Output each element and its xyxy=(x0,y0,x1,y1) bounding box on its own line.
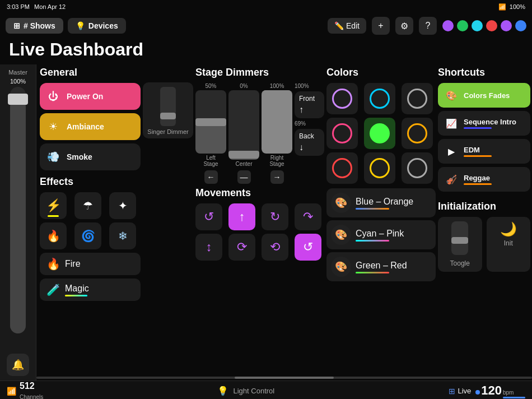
edit-button[interactable]: ✏️ Edit xyxy=(328,18,366,34)
magic-icon: 🧪 xyxy=(46,283,60,296)
color-cell-2[interactable] xyxy=(402,83,433,114)
power-label: Power On xyxy=(67,92,103,101)
effect-sparkle[interactable]: ✦ xyxy=(109,192,136,219)
movement-btn-3[interactable]: ↷ xyxy=(295,203,321,230)
edm-button[interactable]: ▶ EDM xyxy=(438,139,530,164)
effect-lightning[interactable]: ⚡ xyxy=(40,192,67,219)
add-button[interactable]: + xyxy=(372,17,390,35)
swirl-icon: 🌀 xyxy=(81,229,95,243)
color-cell-8[interactable] xyxy=(402,152,433,184)
movement-btn-7[interactable]: ↺ xyxy=(295,234,321,261)
colors-title: Colors xyxy=(326,67,436,78)
settings-button[interactable]: ⚙ xyxy=(395,17,413,35)
master-label: Master xyxy=(8,69,27,76)
color-dot-green[interactable] xyxy=(457,20,468,31)
fire-label: Fire xyxy=(65,259,81,269)
color-dot-purple[interactable] xyxy=(442,20,454,31)
status-bar: 3:03 PM Mon Apr 12 📶 100% xyxy=(0,0,532,13)
notification-bell-icon[interactable]: 🔔 xyxy=(7,354,29,376)
right-stage-fader[interactable]: 100% RightStage → xyxy=(262,83,292,184)
color-cell-6[interactable] xyxy=(326,152,358,184)
smoke-label: Smoke xyxy=(67,152,92,161)
right-stage-pct: 100% xyxy=(270,83,284,89)
center-dash-btn[interactable]: — xyxy=(237,170,251,184)
sequence-bar xyxy=(464,127,492,129)
toogle-label: Toogle xyxy=(450,259,470,267)
effect-fire[interactable]: 🔥 xyxy=(40,222,67,249)
devices-tab[interactable]: 💡 Devices xyxy=(68,18,126,34)
left-stage-pct: 50% xyxy=(205,83,216,89)
color-dots xyxy=(442,20,526,31)
pencil-icon: ✏️ xyxy=(334,21,344,30)
sparkle-icon: ✦ xyxy=(118,199,128,212)
effect-snow[interactable]: ❄ xyxy=(109,222,136,249)
scroll-thumb[interactable] xyxy=(235,377,334,379)
page-title: Live Dashboard xyxy=(4,38,148,62)
color-dot-red[interactable] xyxy=(486,20,497,31)
green-red-button[interactable]: 🎨 Green – Red xyxy=(326,252,436,281)
colors-fades-button[interactable]: 🎨 Colors Fades xyxy=(438,83,530,108)
color-dot-blue[interactable] xyxy=(515,20,526,31)
master-fader-thumb[interactable] xyxy=(8,94,28,105)
color-dot-purple2[interactable] xyxy=(501,20,512,31)
left-stage-back-btn[interactable]: ← xyxy=(204,170,218,184)
help-button[interactable]: ? xyxy=(419,17,437,35)
moon-icon: 🌙 xyxy=(500,221,517,237)
effect-swirl[interactable]: 🌀 xyxy=(74,222,101,249)
live-grid-icon: ⊞ xyxy=(449,387,455,396)
color-cell-7[interactable] xyxy=(364,152,395,184)
shows-tab[interactable]: ⊞ # Shows xyxy=(6,18,63,34)
colors-grid xyxy=(326,83,436,184)
reggae-button[interactable]: 🎻 Reggae xyxy=(438,167,530,192)
center-fader[interactable]: 0% Center — xyxy=(228,83,259,184)
init-card[interactable]: 🌙 Init xyxy=(487,217,531,272)
stage-dimmers-title: Stage Dimmers xyxy=(195,67,324,78)
movement-btn-0[interactable]: ↺ xyxy=(195,203,222,230)
ambiance-button[interactable]: ☀ Ambiance xyxy=(40,113,141,140)
shortcuts-section: Shortcuts 🎨 Colors Fades 📈 Sequence Intr… xyxy=(438,67,530,378)
color-circle-7 xyxy=(370,158,390,178)
bpm-bar xyxy=(503,397,525,398)
back-fader-card[interactable]: Back ↓ xyxy=(295,129,324,156)
master-fader-track[interactable] xyxy=(10,87,26,333)
cyan-pink-button[interactable]: 🎨 Cyan – Pink xyxy=(326,220,436,249)
scrollbar[interactable] xyxy=(36,377,532,379)
back-label: Back xyxy=(299,132,320,140)
magic-button[interactable]: 🧪 Magic xyxy=(40,279,141,301)
color-dot-cyan[interactable] xyxy=(472,20,483,31)
singer-dimmer-card[interactable]: Singer Dimmer xyxy=(143,82,193,138)
colors-section: Colors xyxy=(326,67,436,378)
fire-button[interactable]: 🔥 Fire xyxy=(40,253,141,275)
movement-btn-1[interactable]: ↑ xyxy=(228,203,255,230)
channel-count: 512 xyxy=(20,381,35,391)
color-cell-1[interactable] xyxy=(364,83,395,114)
color-cell-0[interactable] xyxy=(326,83,358,114)
front-fader-card[interactable]: Front ↑ xyxy=(295,91,324,118)
bottom-right: ⊞ Live 120 bpm xyxy=(449,383,525,398)
fire-icon: 🔥 xyxy=(46,257,60,271)
center-pct: 0% xyxy=(240,83,248,89)
blue-orange-label: Blue – Orange xyxy=(356,197,413,207)
sequence-intro-button[interactable]: 📈 Sequence Intro xyxy=(438,111,530,136)
effect-umbrella[interactable]: ☂ xyxy=(74,192,101,219)
movement-btn-4[interactable]: ↕ xyxy=(195,234,222,261)
movement-btn-2[interactable]: ↻ xyxy=(262,203,288,230)
power-on-button[interactable]: ⏻ Power On xyxy=(40,83,141,110)
color-cell-5[interactable] xyxy=(402,118,433,149)
movement-btn-6[interactable]: ⟲ xyxy=(262,234,288,261)
color-cell-3[interactable] xyxy=(326,118,358,149)
left-stage-fader[interactable]: 50% LeftStage ← xyxy=(195,83,226,184)
light-bulb-icon: 💡 xyxy=(217,386,228,396)
shortcuts-list: 🎨 Colors Fades 📈 Sequence Intro ▶ xyxy=(438,83,530,192)
movement-btn-5[interactable]: ⟳ xyxy=(228,234,255,261)
sequence-intro-icon: 📈 xyxy=(444,115,459,131)
smoke-button[interactable]: 💨 Smoke xyxy=(40,143,141,170)
edit-label: Edit xyxy=(346,21,360,30)
color-cell-4[interactable] xyxy=(364,118,395,149)
blue-orange-button[interactable]: 🎨 Blue – Orange xyxy=(326,188,436,217)
right-stage-fwd-btn[interactable]: → xyxy=(270,170,284,184)
toogle-card[interactable]: Toogle xyxy=(438,217,482,272)
right-stage-label: RightStage xyxy=(269,155,284,167)
center-label: Center xyxy=(235,161,252,167)
shows-label: # Shows xyxy=(24,21,55,30)
